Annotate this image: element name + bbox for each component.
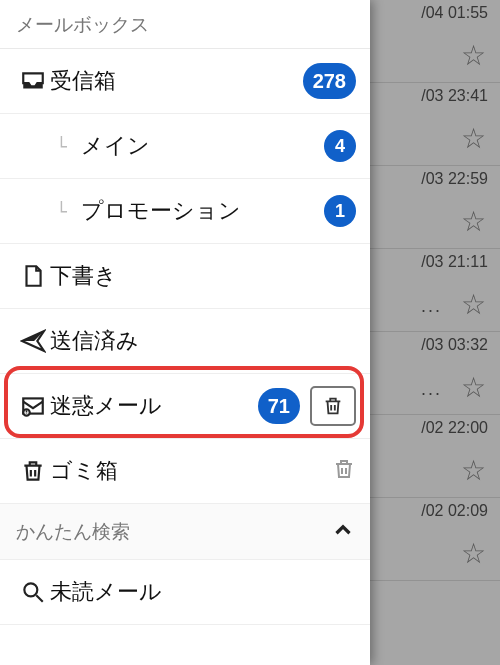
folder-spam[interactable]: 迷惑メール 71 xyxy=(0,374,370,439)
chevron-up-icon xyxy=(330,517,356,547)
tree-branch-icon: └ xyxy=(56,136,67,157)
folder-label: 迷惑メール xyxy=(50,391,258,421)
unread-badge: 278 xyxy=(303,63,356,99)
folder-label: 下書き xyxy=(50,261,356,291)
folder-sent[interactable]: 送信済み xyxy=(0,309,370,374)
folder-trash[interactable]: ゴミ箱 xyxy=(0,439,370,504)
search-icon xyxy=(16,579,50,605)
folder-label: 送信済み xyxy=(50,326,356,356)
folder-label: ゴミ箱 xyxy=(50,456,332,486)
mailbox-drawer: メールボックス 受信箱 278 └ メイン 4 └ プロモーション 1 下書き xyxy=(0,0,370,665)
unread-badge: 71 xyxy=(258,388,300,424)
search-unread[interactable]: 未読メール xyxy=(0,560,370,625)
folder-drafts[interactable]: 下書き xyxy=(0,244,370,309)
section-title-mailbox: メールボックス xyxy=(0,0,370,49)
tree-branch-icon: └ xyxy=(56,201,67,222)
unread-badge: 4 xyxy=(324,130,356,162)
unread-badge: 1 xyxy=(324,195,356,227)
folder-main[interactable]: └ メイン 4 xyxy=(0,114,370,179)
folder-inbox[interactable]: 受信箱 278 xyxy=(0,49,370,114)
document-icon xyxy=(16,263,50,289)
folder-label: プロモーション xyxy=(81,196,324,226)
section-easy-search[interactable]: かんたん検索 xyxy=(0,504,370,560)
folder-label: 受信箱 xyxy=(50,66,303,96)
section-title-search: かんたん検索 xyxy=(16,519,330,545)
svg-point-2 xyxy=(24,583,37,596)
folder-promotions[interactable]: └ プロモーション 1 xyxy=(0,179,370,244)
trash-icon xyxy=(16,458,50,484)
spam-icon xyxy=(16,393,50,419)
empty-trash-button[interactable] xyxy=(332,457,356,485)
folder-label: メイン xyxy=(81,131,324,161)
empty-spam-button[interactable] xyxy=(310,386,356,426)
inbox-icon xyxy=(16,68,50,94)
send-icon xyxy=(16,328,50,354)
search-label: 未読メール xyxy=(50,577,356,607)
